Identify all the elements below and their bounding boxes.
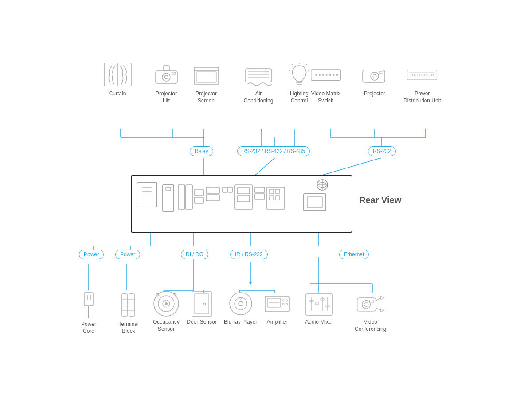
device-video-matrix: Video Matrix Swtich	[310, 62, 341, 104]
svg-rect-111	[275, 189, 280, 194]
badge-power-1: Power	[79, 250, 104, 259]
svg-rect-51	[164, 66, 169, 71]
svg-rect-109	[267, 187, 285, 209]
svg-line-19	[315, 158, 381, 177]
device-projector-right: Projector	[359, 62, 390, 98]
terminal-block-icon	[113, 293, 144, 319]
svg-point-75	[336, 74, 338, 76]
terminal-block-label: Terminal Block	[118, 321, 138, 335]
power-dist-icon	[407, 62, 438, 89]
device-projector-screen: Projector Screen	[191, 62, 222, 104]
badge-rs232-right: RS-232	[368, 146, 396, 156]
svg-rect-76	[363, 70, 385, 82]
device-terminal-block: Terminal Block	[113, 293, 144, 335]
air-conditioning-label: Air Conditioning	[244, 90, 274, 104]
svg-point-49	[162, 73, 170, 81]
svg-rect-162	[369, 300, 373, 303]
svg-marker-166	[381, 309, 384, 312]
svg-rect-107	[255, 187, 265, 192]
svg-rect-137	[195, 294, 209, 314]
svg-point-69	[315, 74, 317, 76]
system-diagram: Curtain Projector Lift	[0, 0, 532, 399]
svg-marker-165	[381, 296, 384, 299]
door-sensor-label: Door Sensor	[187, 319, 216, 326]
svg-marker-35	[249, 282, 252, 285]
curtain-label: Curtain	[109, 90, 126, 98]
badge-rs232-422-485: RS-232 / RS-422 / RS-485	[237, 146, 310, 156]
svg-rect-90	[137, 183, 157, 207]
device-occupancy-sensor: Occupancy Sensor	[151, 290, 182, 332]
projector-right-icon	[359, 62, 390, 89]
device-air-conditioning: Air Conditioning	[243, 62, 274, 104]
badge-relay: Relay	[190, 146, 213, 156]
svg-point-85	[425, 74, 427, 76]
svg-rect-80	[407, 70, 437, 80]
power-dist-label: Power Distribution Unit	[403, 90, 441, 104]
svg-rect-136	[192, 292, 211, 316]
svg-rect-112	[269, 196, 274, 200]
video-matrix-label: Video Matrix Swtich	[311, 90, 340, 104]
power-cord-icon	[73, 293, 104, 319]
device-power-cord: Power Cord	[73, 293, 104, 335]
svg-rect-113	[275, 196, 280, 200]
svg-rect-106	[237, 196, 250, 202]
svg-rect-94	[163, 185, 174, 211]
audio-mixer-label: Audio Mixer	[305, 319, 333, 326]
svg-line-66	[306, 64, 307, 65]
svg-line-163	[376, 297, 380, 301]
air-conditioning-icon	[243, 62, 274, 89]
svg-point-141	[239, 301, 243, 306]
svg-line-164	[376, 308, 380, 310]
bluray-player-label: Blu-ray Player	[224, 319, 257, 326]
svg-rect-53	[194, 70, 219, 84]
svg-point-81	[411, 74, 413, 76]
device-amplifier: Amplifier	[262, 290, 293, 326]
svg-rect-119	[84, 293, 93, 306]
svg-point-139	[230, 293, 252, 315]
svg-point-86	[428, 74, 430, 76]
svg-point-146	[286, 300, 288, 301]
svg-point-77	[371, 72, 379, 80]
svg-rect-110	[269, 189, 274, 194]
svg-rect-48	[156, 71, 177, 83]
svg-line-64	[292, 64, 293, 65]
device-video-conferencing: Video Conferencing	[355, 290, 386, 332]
device-bluray-player: Blu-ray Player	[224, 290, 257, 326]
svg-point-148	[286, 303, 288, 305]
projector-right-label: Projector	[364, 90, 385, 98]
occupancy-sensor-icon	[151, 290, 182, 317]
device-projector-lift: Projector Lift	[151, 62, 182, 104]
power-cord-label: Power Cord	[81, 321, 96, 335]
svg-rect-95	[166, 187, 171, 191]
svg-point-74	[333, 74, 335, 76]
svg-point-83	[418, 74, 420, 76]
occupancy-sensor-label: Occupancy Sensor	[153, 319, 180, 332]
svg-rect-79	[379, 71, 383, 74]
svg-rect-54	[194, 67, 219, 71]
svg-point-161	[364, 302, 368, 306]
svg-point-72	[326, 74, 328, 76]
badge-di-do: DI / DO	[181, 250, 208, 259]
svg-rect-99	[195, 197, 203, 203]
svg-point-138	[203, 303, 206, 305]
svg-point-71	[322, 74, 324, 76]
svg-line-12	[253, 158, 275, 177]
svg-point-82	[414, 74, 416, 76]
svg-point-78	[373, 74, 376, 78]
rear-view-label: Rear View	[359, 195, 401, 205]
device-audio-mixer: Audio Mixer	[304, 290, 335, 326]
rear-view-box	[131, 175, 352, 233]
lighting-control-label: Lighting Control	[290, 90, 309, 104]
svg-rect-103	[228, 187, 232, 192]
svg-rect-115	[307, 197, 322, 208]
curtain-icon	[102, 62, 133, 89]
svg-point-133	[165, 302, 168, 305]
video-conferencing-icon	[355, 290, 386, 317]
device-curtain: Curtain	[102, 62, 133, 98]
door-sensor-icon	[186, 290, 217, 317]
svg-rect-108	[255, 194, 265, 199]
svg-rect-101	[206, 195, 219, 201]
svg-rect-150	[306, 294, 332, 315]
badge-ir-rs232: IR / RS-232	[230, 250, 268, 259]
svg-rect-55	[196, 72, 216, 82]
